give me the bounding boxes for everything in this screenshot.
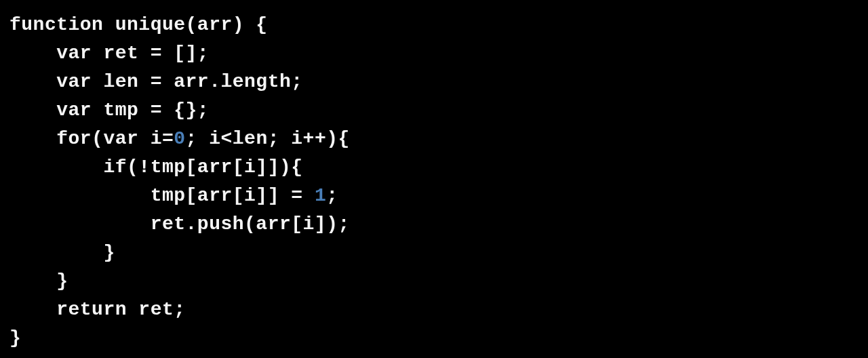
code-line-7b: ; xyxy=(326,185,338,206)
code-line-4: var tmp = {}; xyxy=(9,100,209,121)
code-line-10: } xyxy=(9,271,68,292)
code-line-2: var ret = []; xyxy=(9,43,209,64)
number-literal-0: 0 xyxy=(174,128,185,149)
code-line-8: ret.push(arr[i]); xyxy=(9,214,350,235)
code-line-1: function unique(arr) { xyxy=(9,14,268,35)
code-line-6: if(!tmp[arr[i]]){ xyxy=(9,157,303,178)
code-line-5b: ; i<len; i++){ xyxy=(186,128,350,149)
code-line-7a: tmp[arr[i]] = xyxy=(9,185,315,206)
code-line-12: } xyxy=(9,327,21,349)
code-line-3: var len = arr.length; xyxy=(9,71,303,92)
code-block: function unique(arr) { var ret = []; var… xyxy=(9,11,859,353)
code-line-5a: for(var i= xyxy=(9,128,174,149)
number-literal-1: 1 xyxy=(315,185,326,206)
code-line-9: } xyxy=(9,242,115,263)
code-line-11: return ret; xyxy=(9,299,186,320)
